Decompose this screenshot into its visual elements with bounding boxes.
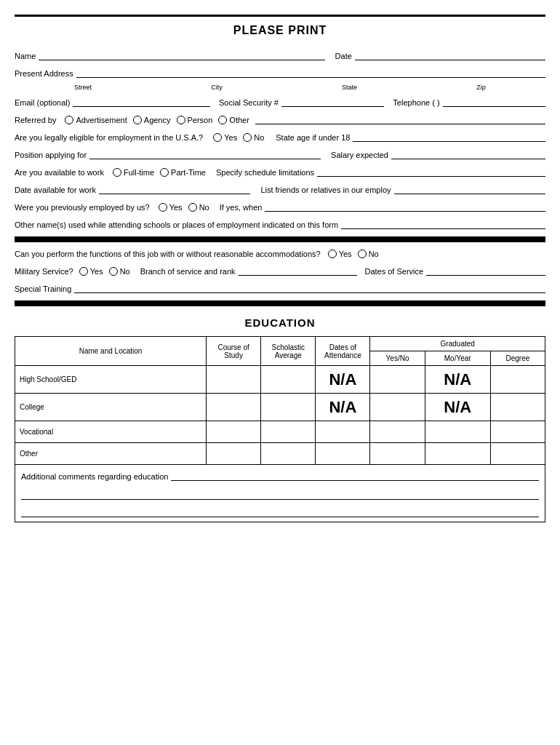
edu-row-3-dates[interactable] [316,443,370,465]
salary-input[interactable] [391,148,545,159]
date-available-input[interactable] [99,183,250,194]
edu-row-2-course[interactable] [207,421,261,443]
address-sub-labels: Street City State Zip [15,84,545,91]
position-input[interactable] [89,148,321,159]
comments-label: Additional comments regarding education [21,472,168,481]
schedule-input[interactable] [317,165,545,177]
functions-no-radio[interactable] [358,250,367,258]
military-no-radio[interactable] [109,267,118,276]
education-title: EDUCATION [15,316,545,329]
ssn-input-line[interactable] [281,95,384,107]
functions-yes-label: Yes [339,250,352,258]
table-row: High School/GED N/A N/A [15,366,545,394]
special-training-input[interactable] [74,282,545,293]
date-input-line[interactable] [355,49,545,60]
edu-row-2-label: Vocational [15,421,207,443]
functions-yes-option[interactable]: Yes [328,250,352,258]
military-no-label: No [120,267,130,276]
functions-row: Can you perform the functions of this jo… [15,250,545,258]
edu-row-1-yesno[interactable] [370,394,425,421]
edu-row-2-degree[interactable] [490,421,545,443]
eligible-yes-option[interactable]: Yes [213,133,237,142]
top-border [15,15,545,17]
edu-row-1-course[interactable] [207,394,261,421]
part-time-radio[interactable] [160,168,169,177]
branch-label: Branch of service and rank [140,267,236,276]
full-time-radio[interactable] [113,168,121,177]
state-age-input[interactable] [353,130,545,142]
eligible-yes-radio[interactable] [213,133,222,142]
edu-row-2-avg[interactable] [261,421,316,443]
name-date-row: Name Date [15,49,545,60]
date-available-label: Date available for work [15,186,96,194]
email-input-line[interactable] [73,95,210,107]
full-time-option[interactable]: Full-time [113,168,154,177]
comments-line-2[interactable] [21,487,539,500]
prev-no-radio[interactable] [188,203,197,212]
edu-row-0-course[interactable] [207,366,261,394]
other-referred-input[interactable] [255,113,545,124]
telephone-input-line[interactable] [443,95,545,107]
advertisement-radio[interactable] [65,116,73,124]
eligible-no-option[interactable]: No [243,133,264,142]
edu-row-0-avg[interactable] [261,366,316,394]
edu-row-1-label: College [15,394,207,421]
edu-row-3-degree[interactable] [490,443,545,465]
eligible-yes-label: Yes [224,133,237,142]
table-row: College N/A N/A [15,394,545,421]
dates-service-input[interactable] [426,264,545,276]
part-time-option[interactable]: Part-Time [160,168,206,177]
comments-line-3[interactable] [21,504,539,517]
col-yes-no: Yes/No [370,351,425,366]
prev-yes-option[interactable]: Yes [159,203,183,212]
address-input-line[interactable] [76,66,545,78]
military-yes-option[interactable]: Yes [79,267,103,276]
edu-row-2-dates[interactable] [316,421,370,443]
name-input-line[interactable] [39,49,324,60]
other-names-input[interactable] [341,218,545,229]
person-label: Person [188,116,213,124]
functions-no-option[interactable]: No [358,250,379,258]
comments-input-1[interactable] [171,469,539,481]
military-yes-label: Yes [90,267,103,276]
person-option[interactable]: Person [177,116,213,124]
edu-row-3-avg[interactable] [261,443,316,465]
edu-row-2-moyear[interactable] [425,421,490,443]
part-time-label: Part-Time [171,168,206,177]
prev-yes-radio[interactable] [159,203,167,212]
edu-row-3-course[interactable] [207,443,261,465]
other-referred-option[interactable]: Other [218,116,249,124]
agency-radio[interactable] [133,116,142,124]
divider-1 [15,236,545,242]
edu-row-3-moyear[interactable] [425,443,490,465]
col-dates-attendance: Dates of Attendance [316,337,370,366]
dates-service-label: Dates of Service [364,267,423,276]
name-label: Name [15,52,36,60]
edu-row-0-yesno[interactable] [370,366,425,394]
table-row: Other [15,443,545,465]
agency-option[interactable]: Agency [133,116,171,124]
edu-row-0-degree[interactable] [490,366,545,394]
friends-input[interactable] [394,183,545,194]
prev-no-option[interactable]: No [188,203,209,212]
edu-row-2-yesno[interactable] [370,421,425,443]
telephone-label: Telephone ( ) [393,98,439,107]
military-yes-radio[interactable] [79,267,88,276]
edu-row-1-degree[interactable] [490,394,545,421]
edu-row-0-moyear: N/A [425,366,490,394]
special-training-label: Special Training [15,284,71,293]
person-radio[interactable] [177,116,185,124]
other-referred-label: Other [229,116,249,124]
eligible-no-radio[interactable] [243,133,252,142]
edu-row-3-yesno[interactable] [370,443,425,465]
edu-row-1-avg[interactable] [261,394,316,421]
address-row: Present Address [15,66,545,78]
comments-section: Additional comments regarding education [15,465,545,522]
other-referred-radio[interactable] [218,116,227,124]
if-yes-when-input[interactable] [265,200,545,212]
functions-yes-radio[interactable] [328,250,337,258]
branch-input[interactable] [239,264,358,276]
edu-row-3-label: Other [15,443,207,465]
military-no-option[interactable]: No [109,267,130,276]
advertisement-option[interactable]: Advertisement [65,116,127,124]
